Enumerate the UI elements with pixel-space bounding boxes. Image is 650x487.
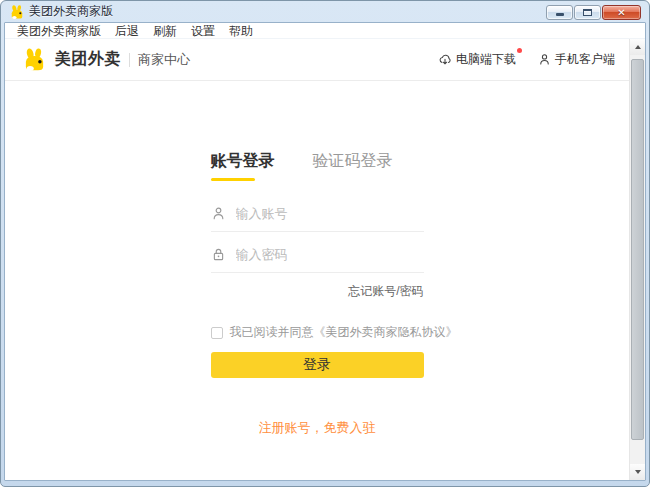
tab-sms-login[interactable]: 验证码登录 [313,151,393,178]
scroll-down-button[interactable] [630,464,645,480]
app-window: 美团外卖商家版 ✕ 美团外卖商家版 后退 刷新 设置 帮助 [0,0,650,487]
account-input[interactable] [236,206,424,221]
menu-item-app[interactable]: 美团外卖商家版 [10,23,108,39]
password-field-row [211,247,424,273]
agreement-checkbox[interactable] [211,327,223,339]
brand-title: 美团外卖 [55,49,121,70]
tab-account-login[interactable]: 账号登录 [211,151,275,178]
page: 美团外卖 商家中心 电脑端下载 [5,39,629,480]
menu-item-back[interactable]: 后退 [108,23,146,39]
minimize-icon [556,13,564,16]
main-area: 账号登录 验证码登录 [5,81,629,480]
close-icon: ✕ [617,8,625,18]
close-button[interactable]: ✕ [602,5,641,20]
login-button[interactable]: 登录 [211,352,424,378]
account-field-row [211,206,424,232]
brand-subtitle: 商家中心 [138,51,190,69]
arrow-down-icon [635,470,641,474]
person-icon [538,53,551,66]
cloud-download-icon [438,53,452,67]
account-person-icon [211,206,226,221]
mobile-client-label: 手机客户端 [555,51,615,68]
scroll-up-button[interactable] [630,39,645,55]
password-input[interactable] [236,247,424,262]
agreement-row: 我已阅读并同意《美团外卖商家隐私协议》 [211,324,424,341]
menu-item-settings[interactable]: 设置 [184,23,222,39]
lock-icon [211,247,226,262]
register-link[interactable]: 注册账号，免费入驻 [259,420,376,435]
vertical-scrollbar[interactable] [629,39,645,480]
page-header: 美团外卖 商家中心 电脑端下载 [5,39,629,81]
brand-divider [129,53,130,67]
login-tabs: 账号登录 验证码登录 [211,151,424,178]
agreement-text: 我已阅读并同意《美团外卖商家隐私协议》 [230,324,458,341]
login-form: 账号登录 验证码登录 [211,151,424,437]
title-bar: 美团外卖商家版 ✕ [4,1,646,22]
pc-download-link[interactable]: 电脑端下载 [438,51,516,68]
menu-item-refresh[interactable]: 刷新 [146,23,184,39]
mobile-client-link[interactable]: 手机客户端 [538,51,615,68]
app-kangaroo-icon [10,5,24,19]
pc-download-label: 电脑端下载 [456,51,516,68]
scrollbar-thumb[interactable] [631,59,644,440]
meituan-logo-icon [22,48,47,71]
arrow-up-icon [635,45,641,49]
window-title: 美团外卖商家版 [29,3,113,20]
minimize-button[interactable] [546,5,573,20]
maximize-button[interactable] [574,5,601,20]
maximize-icon [583,9,592,16]
menu-bar: 美团外卖商家版 后退 刷新 设置 帮助 [5,23,645,39]
new-badge [517,48,522,53]
menu-item-help[interactable]: 帮助 [222,23,260,39]
scrollbar-track[interactable] [630,55,645,464]
forgot-account-password-link[interactable]: 忘记账号/密码 [348,284,423,298]
window-content: 美团外卖商家版 后退 刷新 设置 帮助 美团外卖 [4,22,646,481]
window-controls: ✕ [546,5,641,20]
